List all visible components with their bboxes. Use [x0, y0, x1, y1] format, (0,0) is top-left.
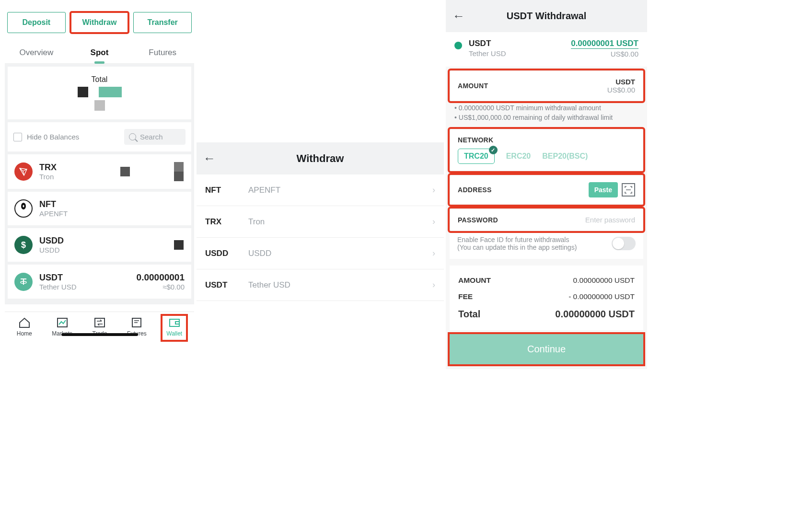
- row-symbol: USDT: [205, 280, 248, 290]
- row-symbol: TRX: [205, 217, 248, 227]
- usdd-icon: $: [14, 236, 33, 254]
- hide-zero-label: Hide 0 Balances: [27, 133, 119, 141]
- password-label: PASSWORD: [458, 216, 498, 224]
- withdraw-header: ← Withdraw: [197, 142, 444, 174]
- asset-row-usdt[interactable]: USDT Tether USD 0.00000001 ≈$0.00: [8, 265, 191, 299]
- row-name: Tron: [248, 217, 432, 227]
- amount-unit: USDT: [607, 78, 635, 86]
- usdt-icon: [14, 273, 33, 291]
- chart-total-label: Total: [92, 75, 108, 84]
- token-dot-icon: [454, 42, 462, 49]
- row-symbol: NFT: [205, 185, 248, 195]
- qr-scan-icon[interactable]: [622, 183, 635, 197]
- legend-swatch-gray: [94, 100, 105, 111]
- portfolio-chart: Total: [8, 67, 191, 119]
- check-icon: ✓: [489, 146, 498, 154]
- svg-rect-6: [170, 319, 179, 326]
- row-name: Tether USD: [248, 280, 432, 290]
- summary-amount-value: 0.00000000 USDT: [573, 276, 635, 285]
- asset-row-trx[interactable]: TRX Tron: [8, 154, 191, 189]
- summary-total-label: Total: [458, 309, 480, 320]
- withdraw-row-trx[interactable]: TRX Tron ›: [197, 206, 444, 238]
- home-icon: [18, 317, 31, 328]
- markets-icon: [56, 317, 69, 328]
- row-symbol: USDD: [205, 249, 248, 258]
- asset-symbol: TRX: [39, 162, 113, 173]
- row-name: APENFT: [248, 185, 432, 195]
- token-amount: 0.00000001 USDT: [571, 39, 638, 49]
- wallet-tabs: Overview Spot Futures: [5, 41, 194, 64]
- faceid-row: Enable Face ID for future withdrawals (Y…: [450, 231, 643, 259]
- withdraw-list-screen: ← Withdraw NFT APENFT › TRX Tron › USDD …: [197, 142, 444, 301]
- amount-label: AMOUNT: [458, 82, 488, 90]
- nav-label: Wallet: [166, 330, 182, 337]
- token-symbol: USDT: [469, 39, 564, 48]
- chevron-right-icon: ›: [432, 280, 435, 290]
- network-option-erc20[interactable]: ERC20: [506, 152, 531, 161]
- summary-fee-value: - 0.00000000 USDT: [568, 292, 635, 301]
- withdraw-button[interactable]: Withdraw: [70, 12, 129, 33]
- summary-total-value: 0.00000000 USDT: [555, 309, 635, 320]
- faceid-text-1: Enable Face ID for future withdrawals: [457, 236, 577, 243]
- withdrawal-header: ← USDT Withdrawal: [446, 0, 647, 32]
- amount-fiat: US$0.00: [607, 86, 635, 94]
- svg-rect-7: [175, 322, 179, 324]
- nav-label: Home: [17, 330, 32, 337]
- asset-symbol: USDD: [39, 236, 166, 246]
- address-section: ADDRESS Paste: [450, 175, 643, 205]
- asset-row-usdd[interactable]: $ USDD USDD: [8, 228, 191, 262]
- selected-token[interactable]: USDT Tether USD 0.00000001 USDT US$0.00: [446, 32, 647, 67]
- svg-rect-4: [95, 318, 104, 327]
- transfer-button[interactable]: Transfer: [133, 12, 192, 33]
- withdraw-row-nft[interactable]: NFT APENFT ›: [197, 174, 444, 206]
- futures-icon: [130, 317, 143, 328]
- nav-wallet[interactable]: Wallet: [162, 316, 186, 340]
- asset-fiat: ≈$0.00: [137, 283, 185, 291]
- deposit-button[interactable]: Deposit: [7, 12, 66, 33]
- summary-amount-label: AMOUNT: [458, 276, 491, 285]
- token-fiat: US$0.00: [571, 50, 638, 58]
- asset-name: APENFT: [39, 209, 185, 218]
- search-placeholder: Search: [140, 133, 163, 141]
- password-section: PASSWORD Enter password: [450, 209, 643, 231]
- asset-name: Tron: [39, 173, 113, 181]
- tab-futures[interactable]: Futures: [131, 41, 194, 63]
- chevron-right-icon: ›: [432, 217, 435, 227]
- amount-section: AMOUNT USDT US$0.00: [450, 70, 643, 101]
- network-label: NETWORK: [458, 136, 635, 144]
- tab-overview[interactable]: Overview: [5, 41, 68, 63]
- hint-min: • 0.00000000 USDT minimum withdrawal amo…: [454, 103, 638, 113]
- summary-fee-label: FEE: [458, 292, 473, 301]
- home-indicator: [61, 333, 138, 336]
- hide-zero-checkbox[interactable]: [13, 133, 22, 141]
- faceid-toggle[interactable]: [612, 237, 636, 250]
- withdraw-row-usdt[interactable]: USDT Tether USD ›: [197, 269, 444, 301]
- legend-swatch-teal: [99, 87, 122, 97]
- legend-swatch-dark: [78, 87, 88, 97]
- trade-icon: [93, 317, 106, 328]
- search-input[interactable]: Search: [124, 129, 186, 145]
- token-name: Tether USD: [469, 49, 564, 58]
- network-option-trc20[interactable]: TRC20 ✓: [458, 149, 495, 164]
- nav-home[interactable]: Home: [17, 317, 32, 337]
- continue-button[interactable]: Continue: [450, 334, 643, 364]
- paste-button[interactable]: Paste: [589, 182, 618, 197]
- address-label: ADDRESS: [458, 186, 492, 194]
- chevron-right-icon: ›: [432, 185, 435, 195]
- row-name: USDD: [248, 249, 432, 258]
- faceid-text-2: (You can update this in the app settings…: [457, 243, 577, 251]
- wallet-screen: Deposit Withdraw Transfer Overview Spot …: [5, 10, 194, 339]
- withdraw-row-usdd[interactable]: USDD USDD ›: [197, 238, 444, 269]
- asset-row-nft[interactable]: NFT APENFT: [8, 192, 191, 225]
- password-input[interactable]: Enter password: [585, 216, 635, 224]
- chevron-right-icon: ›: [432, 248, 435, 258]
- asset-name: Tether USD: [39, 283, 130, 291]
- tab-spot[interactable]: Spot: [68, 41, 131, 63]
- search-icon: [129, 133, 136, 140]
- withdrawal-title: USDT Withdrawal: [446, 11, 647, 22]
- amount-hints: • 0.00000000 USDT minimum withdrawal amo…: [446, 101, 647, 125]
- amount-input[interactable]: USDT US$0.00: [607, 78, 635, 94]
- network-option-bep20[interactable]: BEP20(BSC): [542, 152, 588, 161]
- asset-list: TRX Tron NFT APENFT $ USDD: [8, 154, 191, 299]
- wallet-icon: [168, 317, 181, 328]
